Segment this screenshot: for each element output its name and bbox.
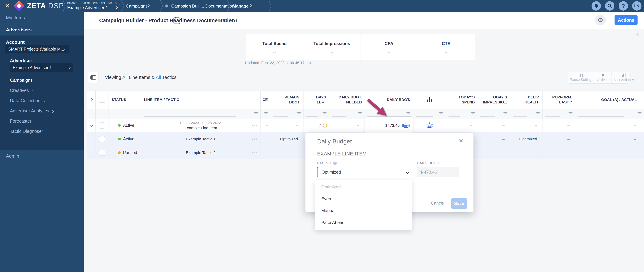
advertiser-select[interactable]: Example Advertiser 1 — [10, 63, 73, 72]
breadcrumb-campaigns[interactable]: Campaigns — [126, 3, 148, 8]
sidebar-item-forecaster[interactable]: Forecaster — [10, 119, 31, 124]
filter-input[interactable] — [306, 116, 318, 117]
chevron-right-icon — [42, 100, 45, 103]
filter-icon[interactable] — [471, 112, 475, 116]
filter-input[interactable] — [480, 116, 495, 117]
row-menu-icon[interactable]: ••• — [252, 123, 258, 128]
sidebar-item-advertiser-analytics[interactable]: Advertiser Analytics — [10, 108, 53, 114]
expand-all-cell[interactable] — [87, 91, 96, 109]
notifications-button[interactable] — [592, 1, 601, 10]
sidebar-item-admin[interactable]: Admin — [0, 150, 84, 162]
columns-toggle-button[interactable] — [88, 72, 98, 83]
select-all-checkbox[interactable] — [99, 97, 105, 103]
filter-input[interactable] — [144, 116, 236, 117]
row-checkbox[interactable] — [99, 150, 105, 156]
option-pace-ahead[interactable]: Pace Ahead — [315, 217, 412, 228]
filter-icon[interactable] — [504, 112, 508, 116]
filter-icon[interactable] — [297, 112, 301, 116]
all-tactics-link[interactable]: All — [156, 75, 161, 80]
breadcrumb-divider — [121, 0, 125, 12]
filter-line-item — [141, 109, 260, 119]
pacing-select[interactable]: Optimized — [317, 167, 413, 177]
clock-warning-icon — [322, 123, 327, 128]
performance-cell: – — [543, 119, 575, 132]
daily-budget-card[interactable]: $473.46 — [365, 117, 412, 134]
filter-input[interactable] — [545, 116, 560, 117]
daily-budget-input[interactable] — [417, 167, 459, 177]
settings-button[interactable]: ⚙ — [595, 15, 606, 25]
bell-icon — [594, 3, 598, 8]
stats-close-icon[interactable]: ✕ — [636, 31, 640, 37]
column-delivery-health[interactable]: DELIV. HEALTH — [510, 91, 543, 109]
app-screen: ✕ ZETA DSP SMART PROJECTS (VARIABLE MARG… — [0, 0, 644, 272]
sidebar-item-advertisers[interactable]: Advertisers — [0, 24, 84, 36]
sidebar-item-creatives[interactable]: Creatives — [10, 88, 33, 93]
option-manual[interactable]: Manual — [315, 205, 412, 217]
modal-close-icon[interactable]: ✕ — [458, 137, 464, 144]
actions-button[interactable]: Actions — [614, 15, 638, 25]
column-days-left[interactable]: DAYS LEFT — [304, 91, 329, 109]
filter-input[interactable] — [513, 116, 527, 117]
filter-input[interactable] — [578, 116, 624, 117]
sidebar-item-my-items[interactable]: My Items — [0, 12, 84, 24]
stat-total-impressions: Total Impressions -- — [303, 34, 361, 60]
row-checkbox[interactable] — [99, 123, 105, 129]
column-hierarchy[interactable] — [413, 91, 446, 109]
filter-icon[interactable] — [264, 112, 268, 116]
tactic-cell[interactable]: Example Tactic 2 ••• — [141, 146, 260, 159]
pause-settings-button[interactable]: Pause Settings — [568, 72, 595, 83]
sidebar: My Items Advertisers Account SMART Proje… — [0, 12, 84, 272]
breadcrumb-manage[interactable]: Manage — [232, 3, 248, 8]
filter-icon[interactable] — [358, 112, 362, 116]
all-line-items-link[interactable]: All — [122, 75, 128, 80]
row-checkbox[interactable] — [99, 136, 105, 142]
save-button[interactable]: Save — [451, 198, 467, 209]
sidebar-item-campaigns[interactable]: Campaigns — [10, 78, 32, 83]
info-icon[interactable]: i — [333, 161, 337, 165]
option-optimized[interactable]: Optimized — [315, 181, 412, 193]
column-performance-last-7[interactable]: PERFORM. LAST 7 — [543, 91, 575, 109]
line-item-cell[interactable]: 02-23-2023 - 02-28-2023 Example Line Ite… — [141, 119, 260, 132]
column-pace[interactable]: CE — [260, 91, 271, 109]
filter-input[interactable] — [273, 116, 288, 117]
help-button[interactable]: ? — [619, 1, 628, 10]
option-even[interactable]: Even — [315, 193, 412, 205]
column-todays-impressions[interactable]: TODAY'S IMPRESSIO... — [478, 91, 510, 109]
divider — [610, 15, 611, 25]
row-menu-icon[interactable]: ••• — [252, 150, 258, 155]
chevron-down-icon[interactable] — [90, 124, 93, 127]
tactic-cell[interactable]: Example Tactic 1 ••• — [141, 132, 260, 146]
filter-input[interactable] — [448, 116, 460, 117]
column-line-item-tactic[interactable]: LINE ITEM / TACTIC — [141, 91, 260, 109]
filter-input[interactable] — [332, 116, 346, 117]
search-button[interactable] — [605, 1, 614, 10]
filter-icon[interactable] — [536, 112, 540, 116]
bulk-action-button[interactable]: Bulk Action ∨ — [612, 72, 636, 83]
cancel-button[interactable]: Cancel — [430, 201, 446, 206]
filter-icon[interactable] — [568, 112, 572, 116]
column-todays-spend[interactable]: TODAY'S SPEND — [446, 91, 478, 109]
activate-button[interactable]: Activate — [595, 72, 612, 83]
filter-icon[interactable] — [638, 112, 642, 116]
filter-icon[interactable] — [254, 112, 258, 116]
column-daily-budget-needed[interactable]: DAILY BDGT. NEEDED — [329, 91, 365, 109]
filter-input[interactable] — [416, 116, 433, 117]
avatar[interactable]: L& — [632, 1, 642, 10]
account-select[interactable]: SMART Projects (Variable M... — [6, 45, 69, 53]
column-status[interactable]: STATUS — [109, 91, 141, 109]
column-remaining-budget[interactable]: REMAIN. BDGT. — [271, 91, 304, 109]
row-menu-icon[interactable]: ••• — [252, 137, 258, 142]
modal-title: Daily Budget — [317, 138, 352, 145]
breadcrumb-advertiser[interactable]: Example Advertiser 1 — [67, 5, 108, 10]
filter-icon[interactable] — [322, 112, 326, 116]
column-goal-actual[interactable]: GOAL (A) / ACTUAL — [575, 91, 644, 109]
filter-goal — [575, 109, 644, 119]
hierarchy-cell[interactable] — [413, 119, 446, 132]
breadcrumb-divider — [268, 0, 272, 12]
sidebar-item-data-collection[interactable]: Data Collection — [10, 98, 45, 103]
sidebar-account-section: Account SMART Projects (Variable M... Ad… — [0, 35, 84, 150]
filter-icon[interactable] — [439, 112, 443, 116]
close-icon[interactable]: ✕ — [5, 2, 10, 9]
sidebar-item-tactic-diagnoser[interactable]: Tactic Diagnoser — [10, 129, 43, 134]
filter-icon[interactable] — [406, 112, 410, 116]
